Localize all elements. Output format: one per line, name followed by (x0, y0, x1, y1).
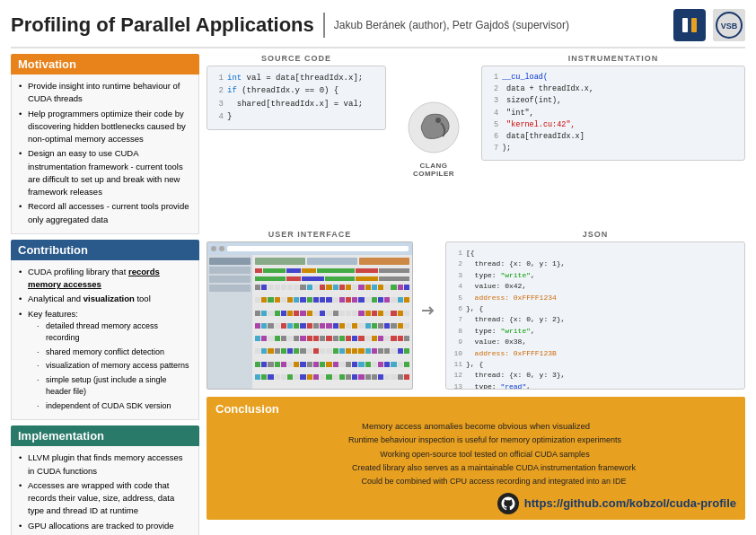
grid-cell (365, 362, 371, 367)
grid-cell (339, 311, 345, 316)
grid-cell (300, 285, 305, 290)
grid-cell (275, 285, 280, 290)
grid-cell (320, 297, 325, 303)
ui-mockup: // Will be populated via JS below (207, 241, 413, 390)
header-authors: Jakub Beránek (author), Petr Gajdoš (sup… (334, 19, 664, 31)
grid-cell (287, 311, 293, 316)
grid-cell (307, 336, 312, 341)
grid-cell (300, 323, 305, 329)
top-area: SOURCE CODE 1 int val = data[threadIdx.x… (207, 54, 745, 224)
github-icon (497, 493, 519, 514)
grid-cell (300, 374, 305, 380)
grid-cell (339, 323, 345, 329)
grid-cell (372, 285, 377, 290)
grid-cell (313, 323, 319, 329)
grid-cell (358, 297, 364, 303)
grid-cell (352, 362, 357, 367)
list-item: Working open-source tool tested on offic… (215, 448, 736, 460)
clang-logo-icon (407, 101, 461, 154)
code-line: 1__cu_load( (488, 72, 739, 83)
grid-cell (275, 336, 280, 341)
list-item: Analytical and visualization tool (19, 293, 191, 305)
grid-cell (379, 268, 409, 273)
github-link[interactable]: https://github.com/kobzol/cuda-profile (524, 496, 736, 510)
grid-cell (372, 348, 377, 354)
list-item: Could be combined with CPU access record… (215, 475, 736, 487)
grid-cell (326, 285, 331, 290)
svg-rect-0 (675, 11, 704, 39)
ui-screenshot-panel: USER INTERFACE (207, 230, 413, 391)
grid-cell (384, 374, 390, 380)
grid-cell (391, 362, 396, 367)
grid-cell (268, 311, 273, 316)
grid-cell (379, 276, 409, 281)
grid-cell (313, 374, 319, 380)
code-line: 2 thread: {x: 0, y: 1}, (452, 259, 739, 269)
grid-cell (300, 348, 305, 354)
grid-cell (281, 323, 286, 329)
list-item: LLVM plugin that finds memory accesses i… (19, 452, 191, 478)
grid-cell (378, 348, 383, 354)
grid-cell (255, 362, 260, 367)
conclusion-body: Memory access anomalies become obvious w… (215, 419, 736, 488)
grid-cell (333, 285, 338, 290)
grid-cell (391, 311, 396, 316)
logo-it4i: VSB (713, 9, 745, 41)
grid-cell (378, 374, 383, 380)
header-divider (323, 13, 325, 38)
list-item: independent of CUDA SDK version (28, 400, 191, 413)
grid-cell (281, 336, 286, 341)
grid-cell (384, 348, 390, 354)
grid-cell (365, 374, 371, 380)
grid-cell (356, 268, 378, 273)
grid-cell (326, 336, 331, 341)
grid-cell (294, 348, 299, 354)
logo-vsb (673, 9, 706, 41)
grid-cell (358, 348, 364, 354)
instrumentation-label: INSTRUMENTATION (481, 54, 745, 63)
compiler-area: CLANGCOMPILER (393, 54, 474, 224)
source-code-label: SOURCE CODE (207, 54, 386, 63)
grid-cell (365, 285, 371, 290)
code-line: 5 "kernel.cu:42", (488, 119, 739, 131)
grid-cell (346, 285, 351, 290)
grid-cell (339, 336, 345, 341)
implementation-header: Implementation (11, 425, 199, 446)
grid-cell (384, 336, 390, 341)
grid-cell (372, 336, 377, 341)
grid-cell (300, 311, 305, 316)
grid-cell (346, 374, 351, 380)
grid-cell (398, 323, 403, 329)
grid-cell (317, 268, 355, 273)
grid-cell (261, 348, 267, 354)
grid-cell (365, 336, 371, 341)
source-code-box: 1 int val = data[threadIdx.x]; 2 if (thr… (207, 66, 386, 130)
ui-sidebar (207, 255, 252, 389)
poster: Profiling of Parallel Applications Jakub… (0, 0, 756, 535)
motivation-list: Provide insight into runtime behaviour o… (19, 80, 191, 226)
code-line: 10 address: 0xFFFF123B (452, 348, 739, 359)
grid-cell (313, 362, 319, 367)
grid-cell (275, 362, 280, 367)
code-line: 7); (488, 143, 739, 154)
grid-cell (378, 336, 383, 341)
grid-cell (384, 323, 390, 329)
ui-toolbar (207, 242, 412, 255)
grid-cell (358, 323, 364, 329)
grid-cell (307, 348, 312, 354)
grid-cell (372, 297, 377, 303)
grid-cell (275, 323, 280, 329)
grid-cell (313, 311, 319, 316)
grid-cell (339, 362, 345, 367)
grid-cell (307, 323, 312, 329)
grid-cell (358, 374, 364, 380)
ui-body: // Will be populated via JS below (207, 255, 412, 389)
grid-cell (378, 297, 383, 303)
grid-cell (287, 348, 293, 354)
grid-cell (346, 336, 351, 341)
grid-cell (398, 336, 403, 341)
grid-cell (398, 362, 403, 367)
svg-rect-1 (682, 18, 688, 32)
middle-area: USER INTERFACE (207, 230, 745, 391)
grid-cell (268, 336, 273, 341)
